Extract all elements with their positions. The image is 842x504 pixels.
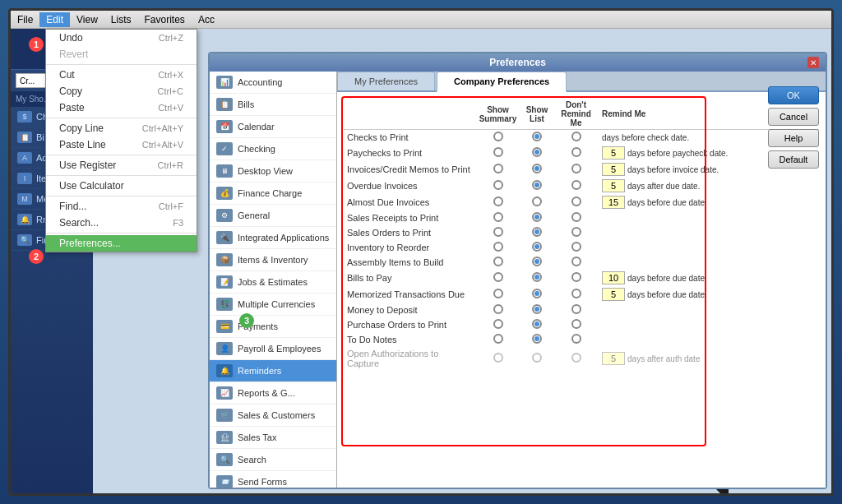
radio-dont-remind[interactable]: [571, 180, 581, 190]
category-bills[interactable]: 📋 Bills: [210, 94, 336, 116]
days-input[interactable]: [602, 146, 625, 160]
menu-item-paste[interactable]: Paste Ctrl+V: [46, 99, 197, 116]
menu-item-paste-line[interactable]: Paste Line Ctrl+Alt+V: [46, 136, 197, 153]
default-button[interactable]: Default: [768, 150, 819, 169]
radio-dont-remind[interactable]: [571, 242, 581, 252]
radio-show-list[interactable]: [532, 164, 542, 173]
category-finance[interactable]: 💰 Finance Charge: [210, 183, 336, 205]
category-checking[interactable]: ✓ Checking: [210, 138, 336, 160]
menu-favorites[interactable]: Favorites: [138, 12, 192, 27]
radio-show-summary[interactable]: [493, 289, 503, 298]
category-payroll[interactable]: 👤 Payroll & Employees: [210, 338, 336, 360]
category-items[interactable]: 📦 Items & Inventory: [210, 249, 336, 271]
menu-item-use-calculator[interactable]: Use Calculator: [46, 178, 197, 194]
sendforms-icon: 📨: [216, 475, 233, 488]
menu-item-revert[interactable]: Revert: [46, 46, 197, 62]
radio-show-list[interactable]: [532, 304, 542, 314]
radio-dont-remind[interactable]: [571, 289, 581, 298]
days-input[interactable]: [602, 163, 625, 176]
radio-show-list[interactable]: [532, 180, 542, 190]
days-input[interactable]: [602, 179, 625, 192]
days-input[interactable]: [602, 288, 625, 301]
menu-item-copy-line[interactable]: Copy Line Ctrl+Alt+Y: [46, 120, 197, 136]
radio-dont-remind[interactable]: [571, 164, 581, 173]
radio-show-summary[interactable]: [493, 334, 503, 344]
menu-item-use-register[interactable]: Use Register Ctrl+R: [46, 157, 197, 173]
radio-dont-remind[interactable]: [571, 272, 581, 282]
tab-company-preferences[interactable]: Company Preferences: [437, 72, 567, 92]
radio-show-summary[interactable]: [493, 212, 503, 222]
radio-dont-remind[interactable]: [571, 132, 581, 141]
radio-dont-remind[interactable]: [571, 212, 581, 222]
category-sendforms[interactable]: 📨 Send Forms: [210, 471, 336, 488]
radio-dont-remind[interactable]: [571, 197, 581, 206]
menu-view[interactable]: View: [70, 12, 104, 27]
radio-dont-remind[interactable]: [571, 227, 581, 237]
category-reminders[interactable]: 🔔 Reminders: [210, 360, 336, 382]
category-reports[interactable]: 📈 Reports & G...: [210, 382, 336, 405]
menu-item-copy[interactable]: Copy Ctrl+C: [46, 83, 197, 99]
radio-show-summary[interactable]: [493, 304, 503, 314]
menu-item-find[interactable]: Find... Ctrl+F: [46, 198, 197, 215]
radio-show-list[interactable]: [532, 197, 542, 206]
category-sales[interactable]: 🛒 Sales & Customers: [210, 405, 336, 427]
radio-show-summary[interactable]: [493, 147, 503, 157]
radio-dont-remind[interactable]: [571, 353, 581, 363]
category-currencies[interactable]: 💱 Multiple Currencies: [210, 294, 336, 316]
radio-show-summary[interactable]: [493, 319, 503, 329]
radio-dont-remind[interactable]: [571, 257, 581, 266]
radio-show-summary[interactable]: [493, 132, 503, 141]
radio-dont-remind[interactable]: [571, 334, 581, 344]
radio-show-summary[interactable]: [493, 272, 503, 282]
category-general[interactable]: ⚙ General: [210, 205, 336, 227]
help-button[interactable]: Help: [768, 129, 819, 147]
radio-show-list[interactable]: [532, 289, 542, 298]
category-payments[interactable]: 💳 Payments: [210, 316, 336, 338]
menu-item-cut[interactable]: Cut Ctrl+X: [46, 67, 197, 83]
radio-cell[interactable]: [553, 130, 599, 146]
menu-item-undo[interactable]: Undo Ctrl+Z: [46, 30, 197, 46]
radio-show-list[interactable]: [532, 319, 542, 329]
radio-show-summary[interactable]: [493, 257, 503, 266]
radio-show-summary[interactable]: [493, 164, 503, 173]
category-calendar[interactable]: 📅 Calendar: [210, 116, 336, 138]
radio-show-list[interactable]: [532, 212, 542, 222]
menu-lists[interactable]: Lists: [104, 12, 138, 27]
radio-show-list[interactable]: [532, 353, 542, 363]
radio-show-summary[interactable]: [493, 242, 503, 252]
category-desktop[interactable]: 🖥 Desktop View: [210, 160, 336, 183]
days-input[interactable]: [602, 352, 625, 365]
cancel-button[interactable]: Cancel: [768, 108, 819, 126]
radio-dont-remind[interactable]: [571, 304, 581, 314]
menu-item-search[interactable]: Search... F3: [46, 215, 197, 231]
ok-button[interactable]: OK: [768, 86, 819, 104]
radio-show-summary[interactable]: [493, 197, 503, 206]
radio-show-list[interactable]: [532, 132, 542, 141]
radio-dont-remind[interactable]: [571, 147, 581, 157]
radio-show-list[interactable]: [532, 227, 542, 237]
dialog-close-button[interactable]: ✕: [807, 57, 819, 68]
category-integrated[interactable]: 🔌 Integrated Applications: [210, 227, 336, 249]
radio-show-list[interactable]: [532, 242, 542, 252]
category-accounting[interactable]: 📊 Accounting: [210, 72, 336, 94]
days-input[interactable]: [602, 271, 625, 284]
radio-show-summary[interactable]: [493, 180, 503, 190]
radio-show-list[interactable]: [532, 334, 542, 344]
menu-accounts[interactable]: Acc: [192, 12, 221, 27]
days-input[interactable]: [602, 196, 625, 209]
radio-show-summary[interactable]: [493, 353, 503, 363]
radio-cell[interactable]: [475, 130, 520, 146]
radio-show-summary[interactable]: [493, 227, 503, 237]
category-salestax[interactable]: 🏦 Sales Tax: [210, 427, 336, 449]
menu-edit[interactable]: Edit: [39, 12, 70, 27]
tab-my-preferences[interactable]: My Preferences: [337, 72, 435, 90]
menu-file[interactable]: File: [11, 12, 39, 27]
radio-show-list[interactable]: [532, 257, 542, 266]
radio-show-list[interactable]: [532, 147, 542, 157]
radio-dont-remind[interactable]: [571, 319, 581, 329]
category-jobs[interactable]: 📝 Jobs & Estimates: [210, 271, 336, 294]
radio-show-list[interactable]: [532, 272, 542, 282]
radio-cell[interactable]: [520, 130, 553, 146]
menu-item-preferences[interactable]: Preferences...: [46, 235, 197, 252]
category-search[interactable]: 🔍 Search: [210, 449, 336, 471]
